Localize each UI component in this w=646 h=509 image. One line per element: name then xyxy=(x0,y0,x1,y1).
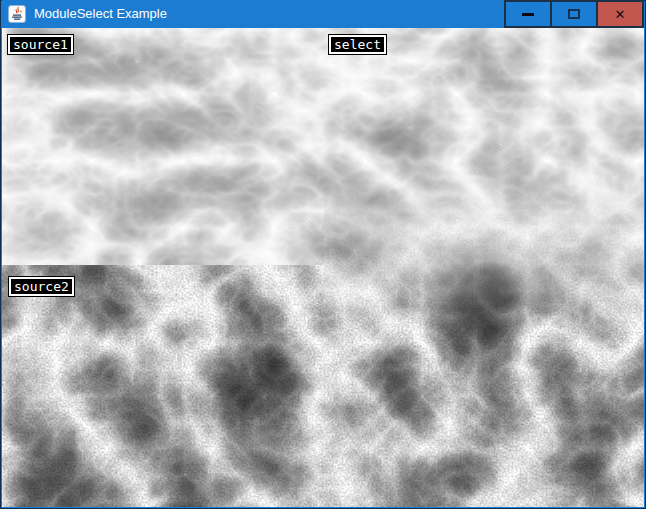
maximize-button[interactable] xyxy=(550,0,598,28)
noise-image xyxy=(2,28,644,507)
window-controls: ✕ xyxy=(506,0,644,28)
maximize-icon xyxy=(568,9,580,19)
label-source2: source2 xyxy=(9,277,74,296)
close-button[interactable]: ✕ xyxy=(596,0,644,28)
minimize-button[interactable] xyxy=(504,0,552,28)
titlebar[interactable]: ModuleSelect Example ✕ xyxy=(2,0,644,28)
minimize-icon xyxy=(522,13,534,16)
label-source1: source1 xyxy=(8,35,73,54)
window-title: ModuleSelect Example xyxy=(34,0,167,28)
app-window: ModuleSelect Example ✕ xyxy=(0,0,646,509)
noise-render-canvas: source1 select source2 xyxy=(2,28,644,507)
label-select: select xyxy=(329,35,386,54)
java-coffee-icon xyxy=(8,5,26,23)
close-icon: ✕ xyxy=(615,8,626,21)
